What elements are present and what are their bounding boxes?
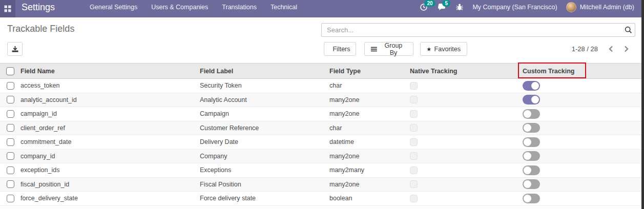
- field-type-cell: datetime: [329, 138, 354, 145]
- messages-badge[interactable]: 5: [442, 0, 450, 7]
- field-label-cell: Exceptions: [200, 166, 231, 174]
- custom-tracking-toggle[interactable]: [523, 194, 540, 203]
- table-row[interactable]: analytic_account_idAnalytic Accountmany2…: [0, 93, 641, 107]
- search-submit[interactable]: [621, 26, 635, 34]
- field-type-cell: many2one: [329, 110, 359, 117]
- row-select-checkbox[interactable]: [7, 138, 14, 146]
- toggle-knob: [524, 138, 531, 146]
- field-label-cell: Delivery Date: [200, 138, 238, 145]
- navbar-menu-item-translations[interactable]: Translations: [222, 4, 257, 11]
- table-row[interactable]: commitment_dateDelivery Datedatetime: [0, 135, 641, 150]
- custom-tracking-toggle[interactable]: [523, 95, 540, 104]
- native-tracking-checkbox: [410, 124, 418, 132]
- row-select-checkbox[interactable]: [7, 195, 14, 202]
- field-type-cell: char: [329, 82, 342, 89]
- field-label-cell: Customer Reference: [200, 124, 259, 132]
- column-header-native-tracking[interactable]: Native Tracking: [410, 64, 523, 79]
- debug-menu-button[interactable]: [455, 3, 464, 11]
- custom-tracking-toggle[interactable]: [523, 81, 540, 91]
- field-label-cell: Force delivery state: [200, 195, 256, 202]
- native-tracking-checkbox: [410, 138, 418, 146]
- search-input[interactable]: [322, 26, 621, 34]
- table-row-partial[interactable]: [0, 205, 641, 209]
- custom-tracking-toggle[interactable]: [523, 165, 540, 175]
- screen-edge-strip: [641, 0, 644, 209]
- table-row[interactable]: force_delivery_stateForce delivery state…: [0, 192, 641, 206]
- filters-button[interactable]: Filters: [324, 42, 356, 56]
- navbar-menu-item-users-companies[interactable]: Users & Companies: [151, 4, 208, 11]
- table-row[interactable]: fiscal_position_idFiscal Positionmany2on…: [0, 177, 641, 192]
- chevron-left-icon: [609, 46, 613, 52]
- app-title[interactable]: Settings: [22, 2, 55, 13]
- field-name-cell: exception_ids: [20, 166, 59, 174]
- pager-value[interactable]: 1-28 / 28: [572, 45, 598, 53]
- toggle-knob: [524, 166, 531, 174]
- table-row[interactable]: exception_idsExceptionsmany2many: [0, 163, 641, 178]
- custom-tracking-toggle[interactable]: [523, 123, 540, 133]
- pager-previous-button[interactable]: [605, 44, 616, 55]
- page-title: Trackable Fields: [7, 24, 74, 34]
- row-select-checkbox[interactable]: [7, 96, 14, 103]
- field-name-cell: client_order_ref: [20, 124, 65, 132]
- user-avatar: [566, 2, 576, 12]
- custom-tracking-toggle[interactable]: [523, 179, 540, 189]
- column-header-field-name[interactable]: Field Name: [20, 64, 200, 79]
- favorites-label: Favorites: [434, 46, 461, 53]
- column-header-field-label[interactable]: Field Label: [200, 64, 329, 79]
- custom-tracking-toggle[interactable]: [523, 151, 540, 161]
- field-label-cell: Campaign: [200, 110, 229, 117]
- navbar-menu-item-technical[interactable]: Technical: [271, 4, 297, 11]
- group-by-button[interactable]: Group By: [364, 42, 413, 56]
- activities-menu-button[interactable]: 20: [420, 3, 429, 12]
- navbar-menu-item-general-settings[interactable]: General Settings: [90, 4, 137, 11]
- column-header-custom-tracking[interactable]: Custom Tracking: [523, 64, 641, 79]
- row-select-checkbox[interactable]: [7, 110, 14, 118]
- activities-badge[interactable]: 20: [424, 0, 435, 7]
- star-icon: [427, 46, 431, 52]
- user-menu[interactable]: Mitchell Admin (db): [566, 2, 634, 12]
- favorites-button[interactable]: Favorites: [420, 42, 467, 56]
- field-type-cell: many2one: [329, 96, 359, 103]
- pager-next-button[interactable]: [620, 44, 632, 55]
- toggle-knob: [524, 152, 531, 160]
- messages-menu-button[interactable]: 5: [438, 3, 447, 12]
- table-row[interactable]: company_idCompanymany2one: [0, 149, 641, 163]
- row-select-checkbox[interactable]: [7, 180, 14, 188]
- trackable-fields-table: Field Name Field Label Field Type Native…: [0, 63, 641, 209]
- column-header-field-type[interactable]: Field Type: [329, 64, 410, 79]
- export-button[interactable]: [7, 42, 23, 56]
- odoo-window: Settings General SettingsUsers & Compani…: [0, 0, 644, 209]
- download-icon: [11, 46, 19, 53]
- toggle-knob: [531, 82, 539, 90]
- company-switcher[interactable]: My Company (San Francisco): [472, 4, 557, 11]
- toggle-knob: [524, 110, 531, 118]
- custom-tracking-toggle[interactable]: [523, 137, 540, 147]
- group-by-label: Group By: [380, 42, 407, 56]
- native-tracking-checkbox: [410, 180, 418, 188]
- select-all-checkbox[interactable]: [6, 67, 14, 75]
- row-select-checkbox[interactable]: [7, 82, 14, 90]
- field-label-cell: Analytic Account: [200, 96, 247, 103]
- field-name-cell: force_delivery_state: [20, 195, 78, 202]
- toggle-knob: [524, 124, 531, 132]
- field-type-cell: boolean: [329, 195, 352, 202]
- toggle-knob: [524, 180, 531, 188]
- native-tracking-checkbox: [410, 152, 418, 160]
- row-select-checkbox[interactable]: [7, 124, 14, 132]
- field-label-cell: Fiscal Position: [200, 181, 241, 188]
- table-body: access_tokenSecurity Tokencharanalytic_a…: [0, 79, 641, 209]
- table-row[interactable]: access_tokenSecurity Tokenchar: [0, 79, 641, 93]
- field-name-cell: company_id: [20, 153, 55, 160]
- native-tracking-checkbox: [410, 195, 418, 202]
- table-row[interactable]: campaign_idCampaignmany2one: [0, 107, 641, 121]
- apps-menu-button[interactable]: [0, 0, 15, 17]
- pager: 1-28 / 28: [572, 42, 632, 56]
- field-type-cell: many2one: [329, 153, 359, 160]
- top-navbar: Settings General SettingsUsers & Compani…: [0, 0, 641, 17]
- row-select-checkbox[interactable]: [7, 152, 14, 160]
- group-by-icon: [371, 47, 377, 52]
- row-select-checkbox[interactable]: [7, 166, 14, 174]
- table-row[interactable]: client_order_refCustomer Referencechar: [0, 121, 641, 135]
- custom-tracking-toggle[interactable]: [523, 109, 540, 119]
- field-name-cell: analytic_account_id: [20, 96, 77, 103]
